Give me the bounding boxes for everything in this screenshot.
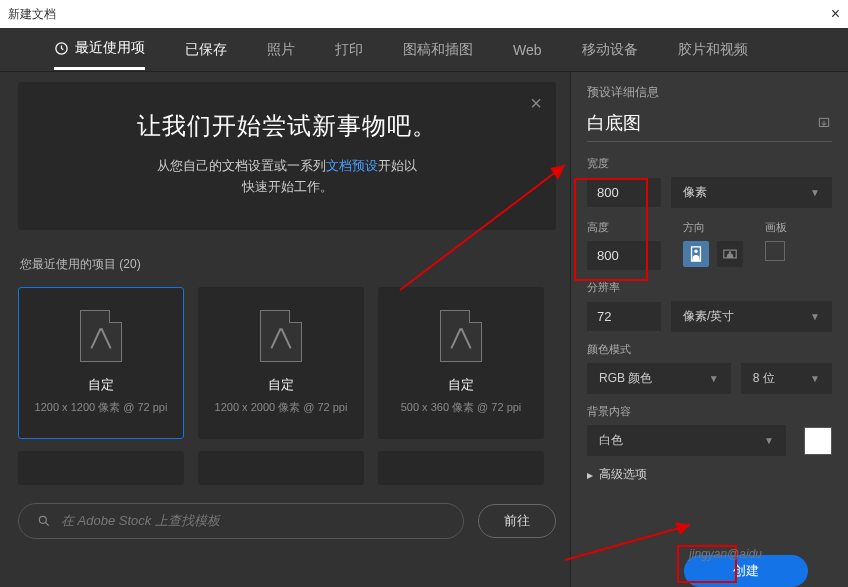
landscape-icon xyxy=(723,246,737,262)
color-mode-label: 颜色模式 xyxy=(587,342,832,357)
preset-card[interactable] xyxy=(198,451,364,485)
chevron-right-icon: ▸ xyxy=(587,468,593,482)
tab-web[interactable]: Web xyxy=(513,32,542,68)
color-mode-select[interactable]: RGB 颜色▼ xyxy=(587,363,731,394)
document-icon xyxy=(260,310,302,362)
stock-search-input[interactable]: 在 Adobe Stock 上查找模板 xyxy=(18,503,464,539)
go-button[interactable]: 前往 xyxy=(478,504,556,538)
landscape-button[interactable] xyxy=(717,241,743,267)
unit-select[interactable]: 像素▼ xyxy=(671,177,832,208)
tab-film[interactable]: 胶片和视频 xyxy=(678,31,748,69)
hero-close-icon[interactable]: × xyxy=(530,92,542,115)
width-input[interactable] xyxy=(587,178,661,207)
app-body: 最近使用项 已保存 照片 打印 图稿和插图 Web 移动设备 胶片和视频 × 让… xyxy=(0,28,848,587)
preset-card[interactable] xyxy=(18,451,184,485)
preset-card[interactable]: 自定 1200 x 2000 像素 @ 72 ppi xyxy=(198,287,364,439)
chevron-down-icon: ▼ xyxy=(810,311,820,322)
category-tabs: 最近使用项 已保存 照片 打印 图稿和插图 Web 移动设备 胶片和视频 xyxy=(0,28,848,72)
tab-mobile[interactable]: 移动设备 xyxy=(582,31,638,69)
titlebar: 新建文档 × xyxy=(0,0,848,28)
hero-title: 让我们开始尝试新事物吧。 xyxy=(58,110,516,142)
chevron-down-icon: ▼ xyxy=(709,373,719,384)
tab-photo[interactable]: 照片 xyxy=(267,31,295,69)
advanced-options-toggle[interactable]: ▸ 高级选项 xyxy=(587,466,832,483)
details-panel: 预设详细信息 白底图 宽度 像素▼ 高度 方向 xyxy=(570,72,848,587)
orientation-toggle xyxy=(683,241,743,267)
main-body: × 让我们开始尝试新事物吧。 从您自己的文档设置或一系列文档预设开始以 快速开始… xyxy=(0,72,848,587)
preset-card[interactable]: 自定 1200 x 1200 像素 @ 72 ppi xyxy=(18,287,184,439)
svg-line-2 xyxy=(46,522,49,525)
orientation-label: 方向 xyxy=(683,220,743,235)
resolution-unit-select[interactable]: 像素/英寸▼ xyxy=(671,301,832,332)
artboard-label: 画板 xyxy=(765,220,787,235)
preset-card[interactable] xyxy=(378,451,544,485)
chevron-down-icon: ▼ xyxy=(764,435,774,446)
resolution-input[interactable] xyxy=(587,302,661,331)
width-label: 宽度 xyxy=(587,156,832,171)
recent-section-label: 您最近使用的项目 (20) xyxy=(20,256,556,273)
artboard-checkbox[interactable] xyxy=(765,241,785,261)
preset-grid: 自定 1200 x 1200 像素 @ 72 ppi 自定 1200 x 200… xyxy=(18,287,556,439)
doc-name-input[interactable]: 白底图 xyxy=(587,111,641,135)
height-input[interactable] xyxy=(587,241,661,270)
height-label: 高度 xyxy=(587,220,661,235)
tab-saved[interactable]: 已保存 xyxy=(185,31,227,69)
doc-name-row: 白底图 xyxy=(587,111,832,142)
search-row: 在 Adobe Stock 上查找模板 前往 xyxy=(18,503,556,539)
portrait-button[interactable] xyxy=(683,241,709,267)
tab-recent[interactable]: 最近使用项 xyxy=(54,29,145,70)
save-preset-icon[interactable] xyxy=(816,116,832,130)
preset-card[interactable]: 自定 500 x 360 像素 @ 72 ppi xyxy=(378,287,544,439)
chevron-down-icon: ▼ xyxy=(810,373,820,384)
background-select[interactable]: 白色▼ xyxy=(587,425,786,456)
document-icon xyxy=(80,310,122,362)
details-header: 预设详细信息 xyxy=(587,84,832,101)
svg-point-1 xyxy=(39,516,46,523)
hero-banner: × 让我们开始尝试新事物吧。 从您自己的文档设置或一系列文档预设开始以 快速开始… xyxy=(18,82,556,230)
hero-text: 从您自己的文档设置或一系列文档预设开始以 快速开始工作。 xyxy=(58,156,516,198)
svg-point-4 xyxy=(694,250,698,254)
bit-depth-select[interactable]: 8 位▼ xyxy=(741,363,832,394)
clock-icon xyxy=(54,41,69,56)
left-panel: × 让我们开始尝试新事物吧。 从您自己的文档设置或一系列文档预设开始以 快速开始… xyxy=(0,72,570,587)
resolution-label: 分辨率 xyxy=(587,280,832,295)
chevron-down-icon: ▼ xyxy=(810,187,820,198)
tab-print[interactable]: 打印 xyxy=(335,31,363,69)
doc-presets-link[interactable]: 文档预设 xyxy=(326,158,378,173)
search-icon xyxy=(37,514,51,528)
document-icon xyxy=(440,310,482,362)
background-swatch[interactable] xyxy=(804,427,832,455)
close-icon[interactable]: × xyxy=(831,5,840,23)
window-title: 新建文档 xyxy=(8,6,56,23)
tab-illustration[interactable]: 图稿和插图 xyxy=(403,31,473,69)
portrait-icon xyxy=(689,246,703,262)
background-label: 背景内容 xyxy=(587,404,832,419)
create-button[interactable]: 创建 xyxy=(684,555,808,587)
preset-grid-row2 xyxy=(18,451,556,485)
